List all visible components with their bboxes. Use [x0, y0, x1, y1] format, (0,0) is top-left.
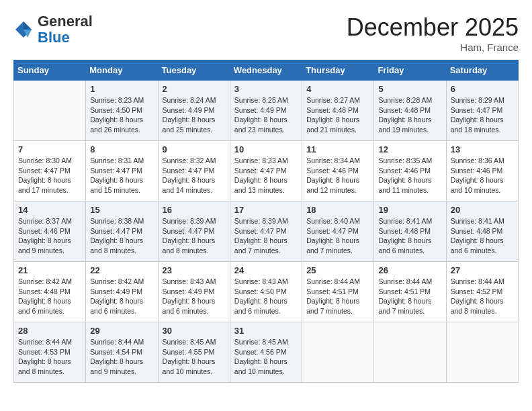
location: Ham, France [347, 42, 519, 53]
day-info: Sunrise: 8:41 AMSunset: 4:48 PMDaylight:… [378, 216, 441, 256]
day-number: 26 [378, 265, 441, 275]
calendar-week-row: 1 Sunrise: 8:23 AMSunset: 4:50 PMDayligh… [14, 81, 519, 141]
day-number: 19 [378, 205, 441, 215]
calendar-cell: 12 Sunrise: 8:35 AMSunset: 4:46 PMDaylig… [374, 141, 446, 201]
calendar-cell: 17 Sunrise: 8:39 AMSunset: 4:47 PMDaylig… [230, 201, 302, 262]
day-number: 5 [378, 84, 441, 94]
day-info: Sunrise: 8:33 AMSunset: 4:47 PMDaylight:… [234, 156, 298, 195]
calendar-week-row: 14 Sunrise: 8:37 AMSunset: 4:46 PMDaylig… [14, 201, 519, 262]
calendar-cell: 19 Sunrise: 8:41 AMSunset: 4:48 PMDaylig… [374, 201, 446, 262]
day-info: Sunrise: 8:38 AMSunset: 4:47 PMDaylight:… [90, 216, 153, 256]
day-number: 29 [90, 326, 153, 336]
day-number: 27 [451, 265, 514, 275]
day-number: 1 [90, 84, 153, 94]
weekday-header: Wednesday [230, 60, 302, 81]
day-info: Sunrise: 8:44 AMSunset: 4:52 PMDaylight:… [451, 277, 514, 316]
day-number: 28 [18, 326, 81, 336]
day-number: 8 [90, 144, 153, 154]
calendar-cell [14, 81, 86, 141]
calendar-cell: 26 Sunrise: 8:44 AMSunset: 4:51 PMDaylig… [374, 262, 446, 322]
weekday-header: Tuesday [158, 60, 230, 81]
calendar-cell: 10 Sunrise: 8:33 AMSunset: 4:47 PMDaylig… [230, 141, 302, 201]
day-info: Sunrise: 8:42 AMSunset: 4:48 PMDaylight:… [18, 277, 81, 316]
day-info: Sunrise: 8:39 AMSunset: 4:47 PMDaylight:… [234, 216, 298, 256]
calendar-cell: 29 Sunrise: 8:44 AMSunset: 4:54 PMDaylig… [86, 322, 158, 383]
weekday-header: Saturday [446, 60, 518, 81]
day-number: 31 [234, 326, 298, 336]
day-info: Sunrise: 8:45 AMSunset: 4:55 PMDaylight:… [163, 337, 226, 377]
day-info: Sunrise: 8:27 AMSunset: 4:48 PMDaylight:… [306, 95, 369, 135]
day-number: 15 [90, 205, 153, 215]
day-info: Sunrise: 8:40 AMSunset: 4:47 PMDaylight:… [306, 216, 369, 256]
day-info: Sunrise: 8:31 AMSunset: 4:47 PMDaylight:… [90, 156, 153, 195]
calendar-week-row: 28 Sunrise: 8:44 AMSunset: 4:53 PMDaylig… [14, 322, 519, 383]
day-info: Sunrise: 8:44 AMSunset: 4:54 PMDaylight:… [90, 337, 153, 377]
day-number: 23 [163, 265, 226, 275]
day-number: 25 [306, 265, 369, 275]
calendar-cell: 4 Sunrise: 8:27 AMSunset: 4:48 PMDayligh… [302, 81, 374, 141]
day-info: Sunrise: 8:29 AMSunset: 4:47 PMDaylight:… [451, 95, 514, 135]
day-info: Sunrise: 8:28 AMSunset: 4:48 PMDaylight:… [378, 95, 441, 135]
calendar-cell: 14 Sunrise: 8:37 AMSunset: 4:46 PMDaylig… [14, 201, 86, 262]
calendar-week-row: 21 Sunrise: 8:42 AMSunset: 4:48 PMDaylig… [14, 262, 519, 322]
calendar-cell: 22 Sunrise: 8:42 AMSunset: 4:49 PMDaylig… [86, 262, 158, 322]
day-number: 2 [163, 84, 226, 94]
page-header: General Blue December 2025 Ham, France [13, 13, 519, 53]
day-info: Sunrise: 8:35 AMSunset: 4:46 PMDaylight:… [378, 156, 441, 195]
weekday-header: Friday [374, 60, 446, 81]
day-number: 17 [234, 205, 298, 215]
logo-blue: Blue [38, 29, 70, 46]
day-number: 16 [163, 205, 226, 215]
day-info: Sunrise: 8:44 AMSunset: 4:51 PMDaylight:… [306, 277, 369, 316]
day-info: Sunrise: 8:37 AMSunset: 4:46 PMDaylight:… [18, 216, 81, 256]
calendar-cell: 21 Sunrise: 8:42 AMSunset: 4:48 PMDaylig… [14, 262, 86, 322]
day-info: Sunrise: 8:44 AMSunset: 4:51 PMDaylight:… [378, 277, 441, 316]
day-info: Sunrise: 8:41 AMSunset: 4:48 PMDaylight:… [451, 216, 514, 256]
calendar-cell: 24 Sunrise: 8:43 AMSunset: 4:50 PMDaylig… [230, 262, 302, 322]
calendar-cell: 27 Sunrise: 8:44 AMSunset: 4:52 PMDaylig… [446, 262, 518, 322]
logo-text: General Blue [38, 13, 93, 46]
weekday-header: Monday [86, 60, 158, 81]
calendar-cell: 16 Sunrise: 8:39 AMSunset: 4:47 PMDaylig… [158, 201, 230, 262]
svg-marker-1 [24, 21, 32, 30]
day-info: Sunrise: 8:23 AMSunset: 4:50 PMDaylight:… [90, 95, 153, 135]
day-info: Sunrise: 8:44 AMSunset: 4:53 PMDaylight:… [18, 337, 81, 377]
day-number: 13 [451, 144, 514, 154]
day-info: Sunrise: 8:39 AMSunset: 4:47 PMDaylight:… [163, 216, 226, 256]
calendar-cell: 2 Sunrise: 8:24 AMSunset: 4:49 PMDayligh… [158, 81, 230, 141]
calendar-cell: 28 Sunrise: 8:44 AMSunset: 4:53 PMDaylig… [14, 322, 86, 383]
calendar-cell: 5 Sunrise: 8:28 AMSunset: 4:48 PMDayligh… [374, 81, 446, 141]
day-number: 24 [234, 265, 298, 275]
day-info: Sunrise: 8:25 AMSunset: 4:49 PMDaylight:… [234, 95, 298, 135]
day-number: 3 [234, 84, 298, 94]
day-number: 21 [18, 265, 81, 275]
day-number: 20 [451, 205, 514, 215]
calendar-cell: 31 Sunrise: 8:45 AMSunset: 4:56 PMDaylig… [230, 322, 302, 383]
day-info: Sunrise: 8:45 AMSunset: 4:56 PMDaylight:… [234, 337, 298, 377]
calendar-cell: 13 Sunrise: 8:36 AMSunset: 4:46 PMDaylig… [446, 141, 518, 201]
day-number: 14 [18, 205, 81, 215]
logo: General Blue [13, 13, 93, 46]
calendar-cell: 25 Sunrise: 8:44 AMSunset: 4:51 PMDaylig… [302, 262, 374, 322]
calendar-cell [374, 322, 446, 383]
day-info: Sunrise: 8:36 AMSunset: 4:46 PMDaylight:… [451, 156, 514, 195]
day-number: 10 [234, 144, 298, 154]
calendar-cell: 18 Sunrise: 8:40 AMSunset: 4:47 PMDaylig… [302, 201, 374, 262]
calendar-cell: 23 Sunrise: 8:43 AMSunset: 4:49 PMDaylig… [158, 262, 230, 322]
calendar-cell: 7 Sunrise: 8:30 AMSunset: 4:47 PMDayligh… [14, 141, 86, 201]
calendar-cell: 3 Sunrise: 8:25 AMSunset: 4:49 PMDayligh… [230, 81, 302, 141]
calendar-cell: 15 Sunrise: 8:38 AMSunset: 4:47 PMDaylig… [86, 201, 158, 262]
weekday-header: Sunday [14, 60, 86, 81]
day-number: 6 [451, 84, 514, 94]
calendar-cell [302, 322, 374, 383]
logo-icon [13, 19, 34, 40]
day-info: Sunrise: 8:24 AMSunset: 4:49 PMDaylight:… [163, 95, 226, 135]
calendar-cell [446, 322, 518, 383]
day-info: Sunrise: 8:43 AMSunset: 4:49 PMDaylight:… [163, 277, 226, 316]
day-info: Sunrise: 8:43 AMSunset: 4:50 PMDaylight:… [234, 277, 298, 316]
day-info: Sunrise: 8:32 AMSunset: 4:47 PMDaylight:… [163, 156, 226, 195]
day-info: Sunrise: 8:30 AMSunset: 4:47 PMDaylight:… [18, 156, 81, 195]
day-info: Sunrise: 8:34 AMSunset: 4:46 PMDaylight:… [306, 156, 369, 195]
header-row: SundayMondayTuesdayWednesdayThursdayFrid… [14, 60, 519, 81]
calendar-week-row: 7 Sunrise: 8:30 AMSunset: 4:47 PMDayligh… [14, 141, 519, 201]
